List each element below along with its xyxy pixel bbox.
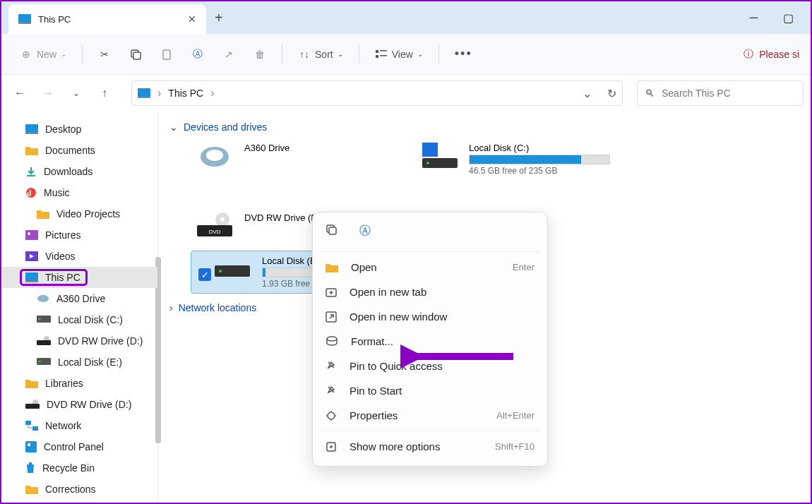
svg-rect-1 [18,23,31,24]
sidebar-item-video-projects[interactable]: Video Projects [1,203,157,224]
sidebar-item-dvd-rw-drive-d-[interactable]: DVD RW Drive (D:) [1,394,157,415]
copy-icon [129,48,142,61]
sidebar-item-control-panel[interactable]: Control Panel [1,436,157,457]
signin-prompt[interactable]: ⓘ Please si [744,48,799,61]
section-devices[interactable]: ⌄ Devices and drives [165,121,804,133]
forward-button[interactable]: → [37,82,59,104]
trash-icon: 🗑 [253,48,266,61]
sidebar-item-dvd-rw-drive-d-[interactable]: DVD RW Drive (D:) [1,330,157,352]
svg-rect-6 [380,50,387,52]
usage-bar [469,155,610,164]
checkbox-icon[interactable]: ✓ [198,268,211,281]
search-input[interactable]: 🔍︎ Search This PC [637,80,804,106]
svg-point-25 [39,361,41,363]
ctx-open[interactable]: OpenEnter [313,255,547,280]
ctx-open-in-new-window[interactable]: Open in new window [313,304,547,329]
cp-icon [25,441,37,452]
ellipsis-icon: ••• [455,47,472,61]
svg-rect-4 [163,50,170,59]
sort-button[interactable]: ↑↓ Sort ⌄ [291,44,350,65]
svg-rect-30 [25,441,37,452]
address-bar[interactable]: › This PC › ⌄ ↻ [131,80,623,106]
sidebar-item-pictures[interactable]: Pictures [1,224,157,246]
newwin-icon [326,311,337,323]
svg-rect-12 [25,133,38,134]
ctx-pin-to-start[interactable]: Pin to Start [313,378,547,403]
tab-this-pc[interactable]: This PC ✕ [8,4,206,34]
new-button[interactable]: ⊕ New ⌄ [13,44,73,65]
sidebar-item-this-pc[interactable]: This PC [1,267,157,288]
chevron-down-icon[interactable]: ⌄ [583,87,592,100]
up-button[interactable]: ↑ [93,82,116,104]
sidebar-item-local-disk-e-[interactable]: Local Disk (E:) [1,352,157,373]
format-icon [326,336,338,347]
svg-rect-10 [138,97,150,98]
svg-point-19 [37,295,49,302]
paste-button[interactable] [153,44,180,65]
svg-point-36 [426,162,429,164]
sidebar-item-network[interactable]: Network [1,415,157,436]
rename-icon[interactable]: Ⓐ [359,224,371,239]
nav-row: ← → ⌄ ↑ › This PC › ⌄ ↻ 🔍︎ Search This P… [1,75,811,112]
ctx-open-in-new-tab[interactable]: Open in new tab [313,280,547,304]
sidebar-item-desktop[interactable]: Desktop [1,119,157,140]
more-button[interactable]: ••• [448,42,479,66]
hdd-icon [37,358,51,366]
ctx-show-more-options[interactable]: Show more optionsShift+F10 [313,434,547,459]
svg-rect-18 [25,281,38,282]
sidebar-item-music[interactable]: Music [1,182,157,203]
delete-button[interactable]: 🗑 [246,44,273,65]
plus-circle-icon: ⊕ [20,48,32,61]
svg-rect-27 [25,404,40,409]
drive-a360[interactable]: A360 Drive [191,138,388,180]
dvd-icon: DVD [195,212,234,241]
cut-button[interactable]: ✂ [91,44,118,65]
hdd-icon [37,316,51,324]
alert-icon: ⓘ [744,48,753,61]
back-button[interactable]: ← [8,82,31,104]
svg-rect-31 [28,443,30,446]
svg-rect-7 [376,55,378,58]
folder-icon [25,145,38,155]
svg-point-38 [220,217,225,222]
music-icon [25,187,37,198]
bin-icon [25,462,35,474]
refresh-icon[interactable]: ↻ [607,87,616,100]
new-tab-button[interactable]: + [215,10,223,26]
sidebar-item-corrections[interactable]: Corrections [1,479,157,500]
sort-icon: ↑↓ [298,48,311,61]
sidebar-item-libraries[interactable]: Libraries [1,373,157,394]
chevron-icon: › [157,87,161,100]
breadcrumb[interactable]: This PC [168,88,203,99]
copy-icon[interactable] [326,224,338,239]
svg-rect-0 [18,14,31,23]
sidebar-item-a360-drive[interactable]: A360 Drive [1,288,157,309]
chevron-right-icon: › [169,302,173,313]
sidebar-item-local-disk-c-[interactable]: Local Disk (C:) [1,309,157,330]
chevron-down-icon: ⌄ [61,50,66,58]
prop-icon [326,410,337,421]
ctx-properties[interactable]: PropertiesAlt+Enter [313,403,547,428]
sidebar-item-recycle-bin[interactable]: Recycle Bin [1,457,157,479]
folder-icon [25,378,38,388]
rename-icon: Ⓐ [191,48,204,61]
search-placeholder: Search This PC [662,88,731,99]
maximize-icon[interactable]: ▢ [783,11,794,25]
rename-button[interactable]: Ⓐ [184,44,211,65]
sidebar-item-videos[interactable]: Videos [1,246,157,267]
copy-button[interactable] [122,44,149,65]
sidebar-item-downloads[interactable]: Downloads [1,161,157,182]
sidebar-item-documents[interactable]: Documents [1,140,157,161]
recent-button[interactable]: ⌄ [65,82,88,104]
titlebar: This PC ✕ + ─ ▢ [1,1,811,34]
toolbar: ⊕ New ⌄ ✂ Ⓐ ↗ 🗑 ↑↓ Sort ⌄ View ⌄ ••• ⓘ P… [1,34,811,75]
view-button[interactable]: View ⌄ [368,44,430,65]
minimize-icon[interactable]: ─ [750,11,758,25]
share-button[interactable]: ↗ [215,44,242,65]
folder-icon [25,484,38,494]
pin-icon [326,385,337,397]
svg-rect-28 [25,421,31,425]
drive-c[interactable]: Local Disk (C:) 46.5 GB free of 235 GB [417,138,614,180]
svg-point-15 [28,232,30,235]
close-tab-icon[interactable]: ✕ [188,13,196,25]
